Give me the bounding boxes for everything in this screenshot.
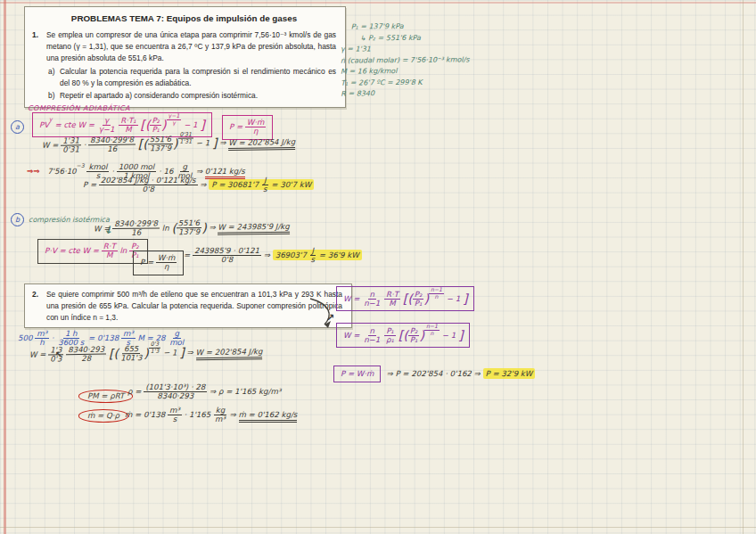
polytropic-formula-box-1: W = nn−1 R·TM [(P₂P₁)n−1n − 1 ] (336, 286, 474, 311)
problem1-item-b: b) Repetir el apartado a) considerando c… (48, 90, 336, 102)
item-a-text: Calcular la potencia requerida para la c… (60, 66, 336, 89)
given-data-line: M = 16 kg/kmol (341, 66, 470, 76)
given-data-line: ↳ P₂ = 551'6 kPa (360, 33, 470, 43)
page-title: PROBLEMAS TEMA 7: Equipos de impulsión d… (32, 13, 336, 23)
part-b-marker: b (11, 213, 24, 226)
given-data-list: P₁ = 137'9 kPa ↳ P₂ = 551'6 kPa γ = 1'31… (341, 21, 470, 101)
up-right-arrow-icon: ↗ (326, 312, 334, 325)
red-double-arrow-icon: ⇒⇒ (27, 167, 39, 176)
given-data-line: R = 8340 (341, 88, 470, 98)
isothermal-formula-box: P·V = cte W = R·TM ln P₂P₁ (37, 239, 148, 264)
problem2-statement: 2. Se quiere comprimir 500 m³/h de etile… (32, 289, 342, 323)
problem1-number: 1. (32, 29, 46, 63)
given-data-line: ṅ (caudal molar) = 7'56·10⁻³ kmol/s (341, 55, 470, 65)
power-calculation-2: ⇒ P = 202'854 · 0'162 ⇒ P = 32'9 kW (386, 369, 535, 379)
work-calculation-2: W = 1'30'3 8340·29328 [(655101'3)0'31'3 … (29, 342, 263, 364)
item-a-label: a) (48, 66, 60, 89)
problem1-item-a: a) Calcular la potencia requerida para l… (48, 66, 336, 89)
ideal-gas-rule-circled: PM = ρRT (78, 390, 133, 403)
page-bottom-edge-line (0, 527, 756, 528)
problem1-statement: 1. Se emplea un compresor de una única e… (32, 29, 336, 63)
power-calculation-b: = 243985'9 · 0'1210'8 ⇒ 36903'7 Js = 36'… (184, 247, 362, 265)
work-calculation-b: W = 8340·299'816 ln (551'6137'9) ⇒ W = 2… (94, 218, 290, 238)
mass-flow-calculation-2: ṁ = 0'138 m³s · 1'165 kgm³ ⇒ ṁ = 0'162 k… (125, 407, 297, 424)
polytropic-formula-box-2: W = nn−1 P₁ρ₁ [(P₂P₁)n−1n − 1 ] (336, 323, 470, 348)
item-b-label: b) (48, 90, 60, 102)
page-right-edge-line (743, 0, 744, 534)
problem2-number: 2. (32, 289, 46, 323)
mass-flow-rule-circled: ṁ = Q·ρ (78, 409, 128, 423)
given-data-line: P₁ = 137'9 kPa (351, 21, 470, 31)
given-data-line: T₁ = 26'7 ºC = 299'8 K (341, 78, 470, 87)
work-calculation-a: W = 1'310'31 · 8340·299'816 [(551'6137'9… (42, 133, 295, 154)
power-calculation-a: P = 202'854 J/kg · 0'121 kg/s0'8 ⇒ P = 3… (83, 177, 314, 194)
problem2-statement-box: 2. Se quiere comprimir 500 m³/h de etile… (24, 283, 352, 328)
power-formula-box-2: P = W·ṁ (333, 366, 381, 382)
notebook-page: PROBLEMAS TEMA 7: Equipos de impulsión d… (0, 0, 756, 534)
given-data-line: γ = 1'31 (341, 44, 470, 53)
final-power-row: P = W·ṁ ⇒ P = 202'854 · 0'162 ⇒ P = 32'9… (333, 366, 535, 382)
part-a-marker: a (11, 120, 24, 134)
problem1-statement-box: PROBLEMAS TEMA 7: Equipos de impulsión d… (24, 6, 346, 108)
page-top-edge-line (0, 2, 756, 4)
mass-flow-conversion: 7'56·10−3 kmols · 1000 mol1 kmol · 16 gm… (47, 167, 244, 176)
power-formula-box-b: P = W·ṁη (133, 251, 184, 275)
problem1-statement-text: Se emplea un compresor de una única etap… (46, 29, 336, 63)
page-left-edge-line (4, 0, 6, 534)
problem2-statement-text: Se quiere comprimir 500 m³/h de etileno … (46, 289, 342, 323)
item-b-text: Repetir el apartado a) considerando comp… (60, 90, 258, 102)
density-calculation: ρ = (101'3·10³) · 288340·293 ⇒ ρ = 1'165… (127, 383, 281, 401)
